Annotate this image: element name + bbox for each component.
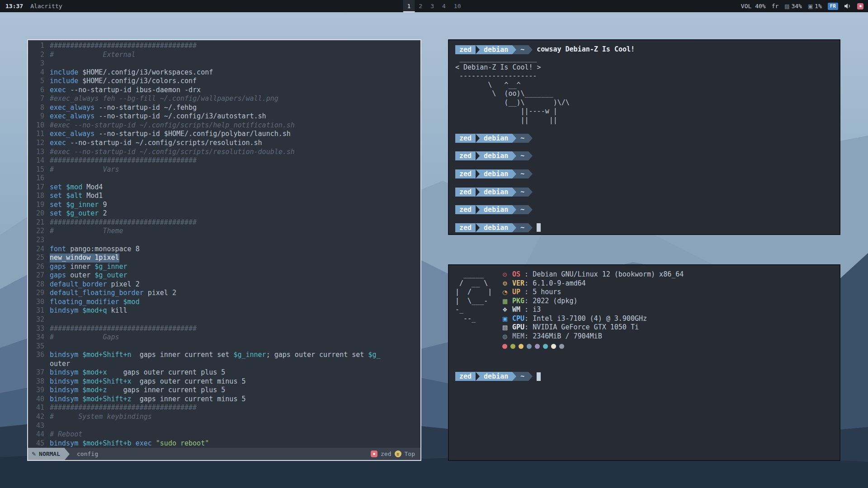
code-line: 44# Reboot [28,430,420,439]
prompt-user: zed [455,188,476,197]
fetch-info-value: : Intel i3-7100 (4) @ 3.900GHz [524,314,647,323]
kernel-icon: ⚙ [502,279,512,288]
prompt-path: ~ [516,151,528,160]
line-number: 14 [28,156,50,165]
powerline-separator-icon [528,372,533,381]
blank-line [455,160,833,169]
vim-mode: NORMAL [39,450,60,457]
code-line: 7#exec_always feh --bg-fill ~/.config/wa… [28,94,420,103]
cowsay-terminal-window[interactable]: zeddebian~cowsay Debian-Z Is Cool! _____… [448,39,840,235]
fetch-info-value: : i3 [524,305,541,314]
code-line: 39bindsym $mod+z gaps inner current plus… [28,386,420,395]
code-text: #################################### [50,156,197,165]
prompt-user: zed [455,134,476,143]
line-number: 24 [28,245,50,254]
keyboard-layout-label[interactable]: fr [772,3,779,9]
terminal-prompt-line[interactable]: zeddebian~ [455,205,833,214]
code-text: #exec_always feh --bg-fill ~/.config/wal… [50,94,278,103]
terminal-prompt-line[interactable]: zeddebian~ [455,134,833,143]
palette-dot [510,344,515,349]
prompt-path: ~ [516,205,528,214]
powerline-separator-icon [476,134,480,143]
workspace-button[interactable]: 2 [415,0,426,12]
code-text: # Theme [50,227,123,236]
volume-label[interactable]: VOL 40% [741,3,766,9]
code-line: 31bindsym $mod+q kill [28,306,420,315]
code-line: 23 [28,236,420,245]
code-text: exec --no-startup-id ibus-daemon -drx [50,86,201,95]
prompt-path: ~ [516,372,528,381]
line-number: 37 [28,368,50,377]
blank-line [455,125,833,134]
terminal-prompt-line[interactable]: zeddebian~ [455,188,833,197]
code-line: 12exec --no-startup-id ~/.config/scripts… [28,139,420,148]
terminal-command-line: zeddebian~cowsay Debian-Z Is Cool! [455,45,833,54]
line-number: 26 [28,263,50,272]
prompt-host: debian [480,169,512,178]
fetch-info-row: ◍MEM: 2346MiB / 7904MiB [502,332,684,341]
code-line: 29default_floating_border pixel 2 [28,289,420,298]
terminal-prompt-line[interactable]: zeddebian~ [455,151,833,160]
line-number: 6 [28,86,50,95]
powerline-separator-icon [512,169,516,178]
code-line-wrap: outer [28,360,420,369]
line-number: 4 [28,68,50,77]
line-number: 19 [28,201,50,210]
prompt-user: zed [455,169,476,178]
code-line: 8exec_always --no-startup-id ~/.fehbg [28,103,420,113]
code-line: 4include $HOME/.config/i3/workspaces.con… [28,68,420,77]
workspace-button[interactable]: 10 [450,0,465,12]
cpu-icon: ▣ [808,3,815,9]
cowsay-line: ___________________ [455,54,833,63]
flag-badge[interactable]: FR [828,3,838,10]
fetch-info-label: MEM [512,332,524,340]
line-number: 17 [28,183,50,192]
line-number: 23 [28,236,50,245]
code-line: 45bindsym $mod+Shift+b exec "sudo reboot… [28,439,420,448]
speaker-icon[interactable] [844,3,851,9]
line-number: 41 [28,404,50,413]
terminal-prompt-line[interactable]: zeddebian~ [455,169,833,178]
fetch-terminal-window[interactable]: _____ / __ \ | / | | \___- -_ --_ ⊙OS : … [448,264,840,461]
cowsay-line: < Debian-Z Is Cool! > [455,63,833,72]
memory-icon: ◍ [502,332,512,341]
terminal-cursor [537,223,541,232]
workspace-button[interactable]: 4 [438,0,450,12]
terminal-output[interactable]: _____ / __ \ | / | | \___- -_ --_ ⊙OS : … [449,265,840,386]
powerline-separator-icon [528,45,533,54]
code-text: include $HOME/.config/i3/workspaces.conf [50,68,213,77]
powerline-separator-icon [512,372,516,381]
code-line: 42# System keybindings [28,413,420,422]
line-number: 30 [28,298,50,307]
line-number: 21 [28,218,50,227]
code-line: 41#################################### [28,404,420,413]
code-text: new_window 1pixel [50,253,119,263]
code-line: 14#################################### [28,156,420,165]
line-number: 33 [28,324,50,333]
line-number [28,360,50,369]
line-number: 44 [28,430,50,439]
code-text: # External [50,51,136,60]
code-area[interactable]: 1####################################2# … [28,40,420,448]
workspace-button[interactable]: 1 [403,0,415,12]
powerline-separator-icon [512,45,516,54]
prompt-user: zed [455,45,476,54]
workspace-button[interactable]: 3 [426,0,438,12]
terminal-prompt-line[interactable]: zeddebian~ [455,372,833,381]
powerline-separator-icon [476,45,480,54]
memory-usage: ▤ 34% [784,3,802,9]
blank-line [455,178,833,188]
line-number: 42 [28,413,50,422]
code-text: set $mod Mod4 [50,183,103,192]
fetch-info-label: WM [512,305,524,314]
code-line: 35 [28,342,420,351]
fetch-info-value: : 2022 (dpkg) [524,297,577,305]
terminal-prompt-line[interactable]: zeddebian~ [455,223,833,232]
fetch-info-value: : 5 hours [524,288,561,296]
tray-icon[interactable] [857,3,863,9]
code-text: #exec --no-startup-id ~/.config/scripts/… [50,121,295,130]
terminal-output[interactable]: zeddebian~cowsay Debian-Z Is Cool! _____… [449,40,840,237]
powerline-separator-icon [512,188,516,197]
prompt-path: ~ [516,223,528,232]
editor-window[interactable]: 1####################################2# … [27,39,421,461]
